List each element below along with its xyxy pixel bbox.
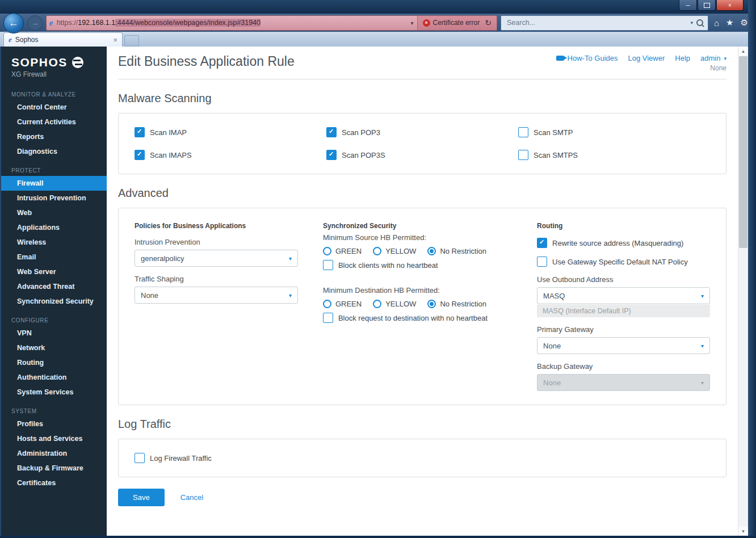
admin-menu[interactable]: admin ▾ bbox=[700, 54, 726, 62]
new-tab-button[interactable] bbox=[124, 35, 139, 47]
page-scrollbar[interactable]: ▲ ▼ bbox=[738, 47, 748, 536]
search-box[interactable]: ▾ bbox=[501, 15, 708, 31]
sidebar-item-routing[interactable]: Routing bbox=[1, 355, 107, 370]
sidebar-item-synchronized-security[interactable]: Synchronized Security bbox=[1, 294, 107, 309]
sidebar-item-wireless[interactable]: Wireless bbox=[1, 235, 107, 250]
synchronized-security-column: Synchronized Security Minimum Source HB … bbox=[323, 222, 512, 391]
sidebar-item-system-services[interactable]: System Services bbox=[1, 385, 107, 400]
scroll-up-icon[interactable]: ▲ bbox=[738, 47, 748, 56]
radio-icon bbox=[427, 300, 436, 308]
cancel-button[interactable]: Cancel bbox=[180, 493, 203, 502]
checkbox-block-request-no-heartbeat[interactable]: Block request to destination with no hea… bbox=[323, 313, 512, 323]
radio-dest-no-restriction[interactable]: No Restriction bbox=[427, 300, 486, 308]
sidebar-item-backup-firmware[interactable]: Backup & Firmware bbox=[1, 461, 107, 476]
sidebar-item-applications[interactable]: Applications bbox=[1, 220, 107, 235]
admin-label: admin bbox=[700, 54, 720, 62]
sidebar-item-administration[interactable]: Administration bbox=[1, 446, 107, 461]
favorites-star-icon[interactable]: ★ bbox=[726, 18, 733, 28]
url-text[interactable]: https://192.168.1.1:4444/webconsole/webp… bbox=[57, 19, 408, 27]
outbound-address-select[interactable]: MASQ ▾ bbox=[537, 287, 710, 304]
sidebar-item-network[interactable]: Network bbox=[1, 341, 107, 355]
checkbox-gateway-default-nat[interactable]: Use Gateway Specific Default NAT Policy bbox=[537, 257, 710, 267]
radio-dest-green[interactable]: GREEN bbox=[323, 300, 362, 308]
sidebar-item-hosts-and-services[interactable]: Hosts and Services bbox=[1, 431, 107, 446]
radio-label: No Restriction bbox=[440, 247, 486, 255]
sidebar-item-current-activities[interactable]: Current Activities bbox=[1, 115, 107, 129]
sidebar-item-diagnostics[interactable]: Diagnostics bbox=[1, 144, 107, 159]
checkbox-block-clients-no-heartbeat[interactable]: Block clients with no heartbeat bbox=[323, 260, 512, 270]
search-dropdown-icon[interactable]: ▾ bbox=[691, 20, 694, 26]
outbound-address-label: Use Outbound Address bbox=[537, 275, 710, 284]
log-viewer-link[interactable]: Log Viewer bbox=[628, 54, 665, 62]
sidebar-item-firewall[interactable]: Firewall bbox=[1, 176, 107, 191]
sidebar-item-advanced-threat[interactable]: Advanced Threat bbox=[1, 279, 107, 294]
policies-column: Policies for Business Applications Intru… bbox=[135, 222, 298, 391]
primary-gateway-select[interactable]: None ▾ bbox=[537, 337, 710, 354]
window-left-border bbox=[0, 47, 1, 538]
checkbox-icon bbox=[135, 453, 145, 463]
intrusion-prevention-select[interactable]: generalpolicy ▾ bbox=[135, 250, 298, 267]
sidebar-item-email[interactable]: Email bbox=[1, 250, 107, 264]
refresh-icon[interactable]: ↻ bbox=[485, 18, 492, 27]
chevron-down-icon: ▾ bbox=[724, 56, 726, 61]
tab-close-icon[interactable]: × bbox=[113, 36, 117, 44]
tab-sophos[interactable]: e Sophos × bbox=[3, 32, 123, 47]
sidebar-item-control-center[interactable]: Control Center bbox=[1, 100, 107, 115]
address-dropdown-icon[interactable]: ▾ bbox=[408, 20, 417, 26]
address-bar[interactable]: e https://192.168.1.1:4444/webconsole/we… bbox=[46, 15, 497, 31]
radio-icon bbox=[373, 247, 381, 255]
select-value: None bbox=[543, 342, 561, 350]
logo-subtitle: XG Firewall bbox=[1, 70, 107, 83]
howto-guides-link[interactable]: How-To Guides bbox=[556, 54, 618, 62]
sidebar-item-authentication[interactable]: Authentication bbox=[1, 370, 107, 385]
checkbox-scan-pop3[interactable]: Scan POP3 bbox=[326, 127, 518, 137]
checkbox-scan-smtps[interactable]: Scan SMTPS bbox=[518, 150, 710, 160]
checkbox-scan-imap[interactable]: Scan IMAP bbox=[135, 127, 326, 137]
source-hb-label: Minimum Source HB Permitted: bbox=[323, 233, 512, 242]
checkbox-scan-imaps[interactable]: Scan IMAPS bbox=[135, 150, 326, 160]
back-button[interactable]: ← bbox=[3, 13, 24, 33]
sidebar-item-profiles[interactable]: Profiles bbox=[1, 417, 107, 431]
close-button[interactable]: × bbox=[716, 0, 744, 11]
sidebar-item-reports[interactable]: Reports bbox=[1, 129, 107, 144]
policies-heading: Policies for Business Applications bbox=[135, 222, 298, 230]
routing-heading: Routing bbox=[537, 222, 710, 230]
minimize-button[interactable]: ─ bbox=[679, 0, 697, 11]
maximize-icon bbox=[704, 3, 710, 8]
checkbox-rewrite-source-address[interactable]: Rewrite source address (Masquerading) bbox=[537, 238, 710, 248]
certificate-error-icon: × bbox=[423, 19, 430, 27]
sidebar-item-web-server[interactable]: Web Server bbox=[1, 264, 107, 279]
header-links: How-To Guides Log Viewer Help admin ▾ bbox=[556, 54, 726, 62]
maximize-button[interactable] bbox=[698, 0, 716, 11]
help-link[interactable]: Help bbox=[675, 54, 690, 62]
save-button[interactable]: Save bbox=[118, 489, 165, 506]
window-controls: ─ × bbox=[678, 0, 744, 11]
tools-gear-icon[interactable]: ⚙ bbox=[741, 18, 748, 28]
sidebar-item-vpn[interactable]: VPN bbox=[1, 326, 107, 341]
scroll-down-icon[interactable]: ▼ bbox=[738, 527, 748, 536]
forward-icon: → bbox=[31, 19, 39, 27]
sidebar-item-web[interactable]: Web bbox=[1, 205, 107, 220]
checkbox-label: Scan IMAPS bbox=[150, 151, 192, 159]
scrollbar-thumb[interactable] bbox=[739, 56, 747, 248]
certificate-error-button[interactable]: × Certificate error ↻ bbox=[417, 16, 497, 30]
advanced-heading: Advanced bbox=[118, 187, 726, 200]
forward-button[interactable]: → bbox=[27, 15, 43, 31]
home-icon[interactable]: ⌂ bbox=[714, 18, 719, 28]
search-input[interactable] bbox=[506, 18, 687, 27]
sidebar-item-certificates[interactable]: Certificates bbox=[1, 476, 107, 490]
header-divider bbox=[118, 79, 726, 79]
radio-source-green[interactable]: GREEN bbox=[323, 247, 362, 255]
radio-dest-yellow[interactable]: YELLOW bbox=[373, 300, 416, 308]
checkbox-scan-pop3s[interactable]: Scan POP3S bbox=[326, 150, 518, 160]
search-icon[interactable] bbox=[696, 19, 703, 26]
traffic-shaping-select[interactable]: None ▾ bbox=[135, 287, 298, 304]
video-camera-icon bbox=[556, 56, 564, 61]
malware-scanning-card: Scan IMAP Scan POP3 Scan SMTP Scan IMAPS bbox=[118, 113, 726, 174]
checkbox-scan-smtp[interactable]: Scan SMTP bbox=[518, 127, 710, 137]
checkbox-log-firewall-traffic[interactable]: Log Firewall Traffic bbox=[135, 453, 710, 463]
howto-guides-label: How-To Guides bbox=[568, 54, 618, 62]
radio-source-yellow[interactable]: YELLOW bbox=[373, 247, 416, 255]
sidebar-item-intrusion-prevention[interactable]: Intrusion Prevention bbox=[1, 191, 107, 205]
radio-source-no-restriction[interactable]: No Restriction bbox=[427, 247, 486, 255]
